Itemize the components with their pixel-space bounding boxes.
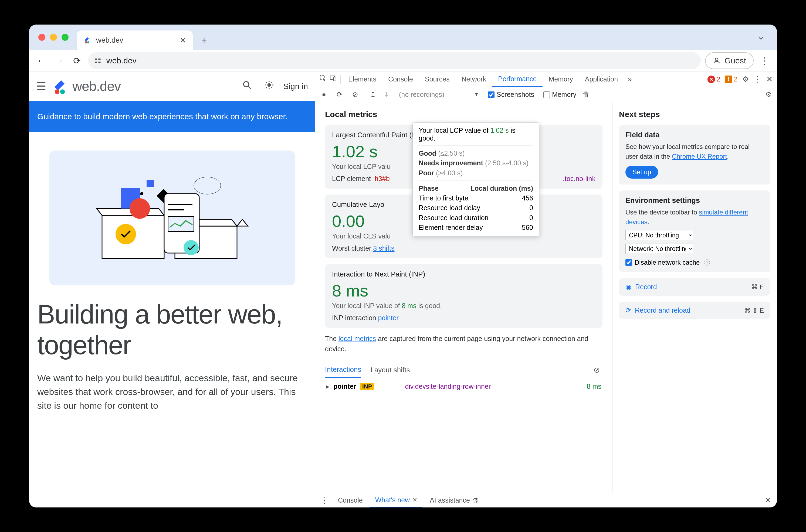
devtools-panel: Elements Console Sources Network Perform…: [315, 72, 777, 508]
tab-elements[interactable]: Elements: [342, 72, 382, 87]
inp-card: Interaction to Next Paint (INP) 8 ms You…: [325, 264, 602, 328]
interaction-row[interactable]: ▸ pointer INP div.devsite-landing-row-in…: [325, 378, 602, 395]
profile-button[interactable]: Guest: [705, 52, 754, 69]
disable-cache-checkbox[interactable]: Disable network cache ?: [625, 259, 764, 266]
pointer-link[interactable]: pointer: [378, 314, 398, 322]
svg-point-0: [85, 41, 87, 43]
tab-sources[interactable]: Sources: [419, 72, 456, 87]
svg-line-16: [266, 82, 267, 82]
browser-tab-bar: web.dev ✕ +: [29, 24, 777, 50]
devtools-menu-icon[interactable]: ⋮: [751, 75, 763, 83]
svg-rect-25: [147, 180, 154, 187]
svg-point-11: [267, 83, 271, 87]
tab-console[interactable]: Console: [382, 72, 419, 87]
record-dot-icon: ◉: [625, 283, 631, 291]
svg-point-27: [140, 192, 143, 195]
env-body: Use the device toolbar to simulate diffe…: [625, 207, 764, 227]
forward-button[interactable]: →: [52, 54, 66, 68]
record-row[interactable]: ◉ Record ⌘ E: [619, 278, 770, 296]
lcp-tooltip: Your local LCP value of 1.02 s is good. …: [412, 122, 539, 236]
local-metrics-panel: Local metrics Largest Contentful Paint (…: [315, 102, 612, 493]
device-toolbar-icon[interactable]: [329, 75, 341, 83]
drawer-tab-whatsnew[interactable]: What's new✕: [370, 493, 422, 508]
close-window-button[interactable]: [38, 34, 45, 41]
browser-menu-button[interactable]: ⋮: [758, 55, 771, 66]
tab-application[interactable]: Application: [579, 72, 624, 87]
clear-interactions-icon[interactable]: ⊘: [591, 365, 602, 375]
shifts-link[interactable]: 3 shifts: [373, 244, 394, 252]
capture-settings-icon[interactable]: ⚙: [762, 90, 774, 99]
site-settings-icon[interactable]: [94, 57, 101, 64]
new-tab-button[interactable]: +: [196, 32, 212, 48]
site-logo[interactable]: web.dev: [52, 78, 121, 94]
drawer-tab-ai[interactable]: AI assistance ⚗: [425, 493, 484, 508]
flask-icon: ⚗: [473, 496, 479, 504]
performance-toolbar: ● ⟳ ⊘ ↥ ↧ (no recordings)▼ Screenshots M…: [315, 87, 777, 102]
download-icon[interactable]: ↧: [380, 90, 392, 99]
field-data-heading: Field data: [625, 131, 764, 139]
local-metrics-link[interactable]: local metrics: [338, 335, 376, 342]
screenshots-checkbox[interactable]: Screenshots: [488, 91, 534, 98]
recordings-select[interactable]: (no recordings)▼: [399, 91, 479, 98]
record-reload-row[interactable]: ⟳ Record and reload ⌘ ⇧ E: [619, 302, 770, 319]
network-throttle-select[interactable]: Network: No throttling: [625, 244, 693, 254]
drawer-menu-icon[interactable]: ⋮: [319, 496, 331, 505]
browser-window: web.dev ✕ + ← → ⟳ web.dev Guest ⋮ ☰ web.…: [29, 24, 777, 508]
svg-point-1: [87, 41, 89, 43]
theme-icon[interactable]: [261, 80, 277, 93]
setup-button[interactable]: Set up: [625, 166, 658, 178]
minimize-window-button[interactable]: [50, 34, 57, 41]
clear-icon[interactable]: ⊘: [349, 90, 361, 99]
memory-checkbox[interactable]: Memory: [543, 91, 576, 98]
close-whatsnew-icon[interactable]: ✕: [412, 496, 417, 504]
browser-tab[interactable]: web.dev ✕: [77, 31, 193, 50]
close-devtools-icon[interactable]: ✕: [763, 75, 775, 83]
tab-memory[interactable]: Memory: [543, 72, 579, 87]
svg-line-18: [266, 88, 267, 88]
field-data-body: See how your local metrics compare to re…: [625, 142, 764, 161]
search-icon[interactable]: [239, 80, 255, 93]
drawer-tab-console[interactable]: Console: [333, 493, 368, 508]
inspect-icon[interactable]: [317, 75, 329, 83]
upload-icon[interactable]: ↥: [365, 90, 377, 99]
site-header: ☰ web.dev Sign in: [29, 72, 315, 101]
tab-network[interactable]: Network: [456, 72, 492, 87]
cpu-throttle-select[interactable]: CPU: No throttling: [625, 230, 693, 240]
svg-rect-5: [98, 61, 100, 63]
help-icon[interactable]: ?: [704, 260, 710, 265]
record-icon[interactable]: ●: [318, 90, 330, 99]
inp-badge: INP: [360, 383, 374, 391]
inp-label: Interaction to Next Paint (INP): [332, 270, 596, 279]
url-input[interactable]: web.dev: [88, 52, 701, 69]
rendered-page: ☰ web.dev Sign in Guidance to build mode…: [29, 72, 315, 508]
maximize-window-button[interactable]: [61, 34, 69, 41]
svg-point-7: [55, 89, 60, 94]
webdev-favicon: [83, 36, 92, 44]
sub-tab-interactions[interactable]: Interactions: [325, 362, 361, 378]
interaction-time: 8 ms: [587, 382, 601, 391]
close-tab-icon[interactable]: ✕: [180, 36, 186, 45]
gc-icon[interactable]: 🗑: [580, 90, 592, 99]
back-button[interactable]: ←: [35, 54, 48, 68]
reload-record-icon[interactable]: ⟳: [334, 90, 345, 99]
more-tabs-icon[interactable]: »: [624, 75, 636, 83]
address-bar: ← → ⟳ web.dev Guest ⋮: [29, 50, 777, 72]
sub-tab-layout-shifts[interactable]: Layout shifts: [370, 363, 410, 377]
tab-overflow-icon[interactable]: [757, 34, 765, 42]
close-drawer-icon[interactable]: ✕: [762, 496, 774, 505]
help-text: The local metrics are captured from the …: [325, 334, 602, 354]
svg-line-10: [248, 86, 251, 89]
warning-counter[interactable]: !2: [723, 76, 739, 83]
inp-interaction: INP interaction pointer: [332, 314, 596, 322]
error-counter[interactable]: ✕2: [705, 76, 722, 83]
tab-performance[interactable]: Performance: [492, 72, 543, 87]
window-controls: [38, 34, 69, 41]
menu-button[interactable]: ☰: [36, 80, 46, 93]
crux-link[interactable]: Chrome UX Report: [672, 153, 727, 160]
inp-note: Your local INP value of 8 ms is good.: [332, 302, 596, 310]
svg-marker-32: [237, 219, 248, 226]
signin-link[interactable]: Sign in: [283, 82, 308, 91]
interaction-target: div.devsite-landing-row-inner: [405, 382, 583, 391]
reload-button[interactable]: ⟳: [70, 54, 84, 68]
settings-icon[interactable]: ⚙: [739, 75, 751, 83]
